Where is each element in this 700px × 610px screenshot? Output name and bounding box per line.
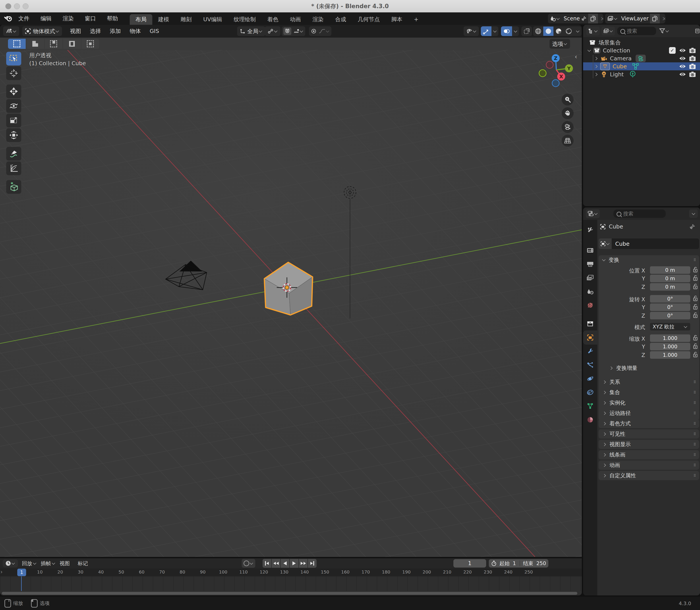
prev-keyframe-button[interactable] [271, 559, 280, 568]
overlays-dropdown[interactable] [512, 26, 519, 36]
play-button[interactable] [290, 559, 298, 568]
rotation-x-field[interactable]: 0° [650, 295, 690, 303]
show-overlays-toggle[interactable] [501, 26, 512, 36]
menu-window[interactable]: 窗口 [79, 12, 102, 25]
panel-grip-icon[interactable]: ⠿ [694, 258, 697, 262]
playhead-line[interactable] [21, 576, 22, 591]
camera-label[interactable]: Camera [610, 55, 632, 62]
proportional-falloff-icon[interactable] [319, 29, 325, 34]
panel-custom-properties[interactable]: 自定义属性⠿ [598, 471, 699, 480]
viewport-pan-hand-button[interactable] [562, 107, 574, 119]
panel-viewport-display[interactable]: 视图显示⠿ [598, 440, 699, 449]
current-frame-field[interactable]: 1 [453, 559, 486, 567]
mode-selector[interactable]: 物体模式 [22, 26, 62, 36]
shading-rendered-button[interactable] [564, 27, 574, 36]
panel-collections[interactable]: 集合⠿ [598, 388, 699, 397]
workspace-tab-scripting[interactable]: 脚本 [385, 14, 408, 25]
location-z-lock-icon[interactable] [693, 283, 698, 290]
menu-help[interactable]: 帮助 [102, 12, 124, 25]
scale-y-lock-icon[interactable] [693, 343, 698, 350]
collection-expand-icon[interactable] [588, 48, 591, 52]
rotation-z-lock-icon[interactable] [693, 312, 698, 319]
jump-to-end-button[interactable] [308, 559, 316, 568]
zoom-window-button[interactable] [22, 3, 29, 9]
sidebar-collapse-arrow[interactable]: ‹ [575, 53, 577, 60]
tool-select-box[interactable] [6, 52, 21, 65]
add-workspace-button[interactable]: + [408, 14, 424, 25]
timeline-expand-arrow[interactable]: › [0, 569, 3, 575]
viewlayer-selector[interactable]: ViewLayer × [605, 14, 665, 23]
workspace-tab-layout[interactable]: 布局 [130, 14, 152, 25]
scene-name[interactable]: Scene [562, 15, 581, 22]
tool-move[interactable] [6, 84, 21, 98]
tab-world[interactable] [585, 300, 596, 311]
start-frame-value[interactable]: 1 [513, 560, 516, 566]
tool-scale[interactable] [6, 114, 21, 127]
shading-dropdown[interactable] [574, 26, 581, 36]
pin-properties-icon[interactable] [689, 224, 695, 229]
tab-scene[interactable] [585, 286, 596, 297]
select-mode-subtract[interactable] [45, 39, 62, 49]
tab-output[interactable] [585, 258, 596, 270]
collection-render-camera-icon[interactable] [689, 47, 696, 53]
select-mode-extend[interactable] [26, 39, 44, 49]
camera-hide-eye-icon[interactable] [679, 56, 686, 61]
panel-visibility[interactable]: 可见性⠿ [598, 429, 699, 438]
scale-x-lock-icon[interactable] [693, 334, 698, 341]
location-x-field[interactable]: 0 m [650, 266, 690, 274]
rotation-mode-dropdown[interactable]: XYZ 欧拉 [650, 323, 690, 331]
scale-z-field[interactable]: 1.000 [650, 351, 690, 359]
viewport-3d[interactable]: 用户透视 (1) Collection | Cube [0, 50, 582, 557]
scene-collection-row[interactable]: 场景集合 [583, 38, 700, 46]
view-menu[interactable]: 视图 [65, 25, 85, 37]
collection-row[interactable]: Collection ✓ [583, 46, 700, 54]
gizmo-dropdown[interactable] [492, 26, 498, 36]
panel-shading[interactable]: 着色方式⠿ [598, 419, 699, 428]
object-menu[interactable]: 物体 [125, 25, 145, 37]
collection-checkbox[interactable]: ✓ [669, 47, 676, 54]
camera-row[interactable]: Camera [583, 54, 700, 62]
outliner-filter-button[interactable] [658, 28, 670, 34]
menu-render[interactable]: 渲染 [57, 12, 79, 25]
gis-menu[interactable]: GIS [145, 25, 164, 37]
location-z-field[interactable]: 0 m [650, 283, 690, 291]
tool-rotate[interactable] [6, 99, 21, 113]
cube-hide-eye-icon[interactable] [679, 64, 686, 69]
navigation-gizmo[interactable]: Z Y X [536, 51, 578, 89]
mesh-data-icon[interactable] [632, 63, 639, 70]
tool-cursor[interactable] [6, 66, 21, 80]
light-render-icon[interactable] [689, 71, 696, 77]
tab-render[interactable] [585, 245, 596, 256]
close-window-button[interactable] [5, 3, 11, 9]
tab-modifiers[interactable] [585, 346, 596, 357]
tab-material[interactable] [585, 414, 596, 426]
tab-viewlayer[interactable] [585, 272, 596, 284]
tab-particles[interactable] [585, 359, 596, 371]
playhead-frame-badge[interactable]: 1 [17, 568, 26, 576]
editor-type-3d-viewport-button[interactable] [3, 26, 19, 36]
transform-panel-header[interactable]: 变换 ⠿ [598, 255, 699, 264]
snap-magnet-toggle[interactable] [283, 28, 291, 35]
transform-orientation-dropdown[interactable]: 全局 [237, 26, 265, 36]
breadcrumb-label[interactable]: Cube [609, 223, 623, 230]
camera-expand-icon[interactable] [594, 57, 598, 60]
viewlayer-datablock-icon[interactable] [605, 14, 620, 23]
viewport-canvas[interactable] [0, 50, 582, 557]
camera-render-icon[interactable] [689, 55, 696, 62]
snap-to-increment-icon[interactable] [294, 29, 299, 34]
jump-to-start-button[interactable] [263, 559, 271, 568]
panel-relations[interactable]: 关系⠿ [598, 377, 699, 387]
scene-datablock-icon[interactable] [548, 14, 562, 23]
auto-key-record-toggle[interactable] [244, 560, 249, 566]
workspace-tab-geometry-nodes[interactable]: 几何节点 [352, 14, 385, 25]
properties-options-dropdown[interactable] [689, 209, 698, 218]
workspace-tab-uv[interactable]: UV编辑 [198, 14, 228, 25]
location-y-field[interactable]: 0 m [650, 275, 690, 282]
scale-y-field[interactable]: 1.000 [650, 343, 690, 350]
shading-material-button[interactable] [554, 27, 564, 36]
collection-hide-eye-icon[interactable] [679, 48, 686, 53]
camera-data-icon[interactable] [636, 54, 646, 62]
object-id-icon-dropdown[interactable] [598, 238, 612, 249]
menu-file[interactable]: 文件 [13, 12, 35, 25]
panel-motion-paths[interactable]: 运动路径⠿ [598, 408, 699, 418]
